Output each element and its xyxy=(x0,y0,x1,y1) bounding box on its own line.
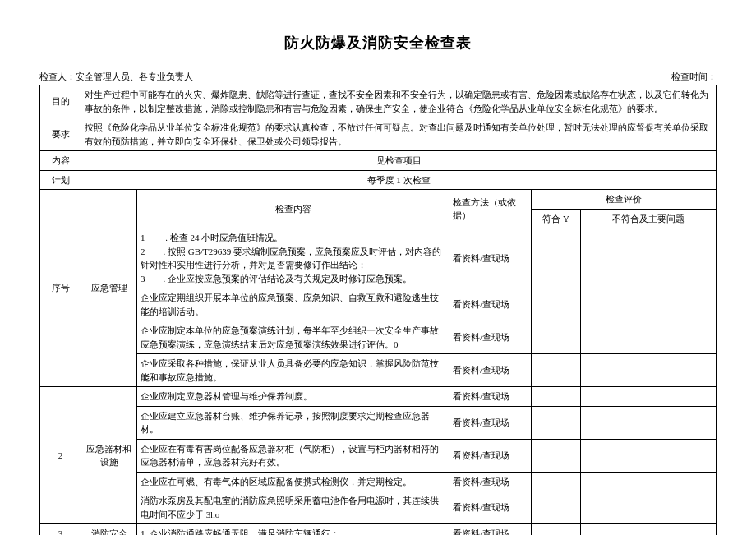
row-content: 企业应制定应急器材管理与维护保养制度。 xyxy=(137,387,449,407)
row-content: 企业应在有毒有害岗位配备应急器材柜（气防柜），设置与柜内器材相符的应急器材清单，… xyxy=(137,439,449,472)
row-fail xyxy=(581,524,717,536)
row-content: 企业应在可燃、有毒气体的区域应配备便携式检测仪，并定期检定。 xyxy=(137,472,449,491)
require-label: 要求 xyxy=(40,118,81,151)
row-content: 企业应建立应急器材台账、维护保养记录，按照制度要求定期检查应急器材。 xyxy=(137,406,449,439)
row-content: 1 . 检查 24 小时应急值班情况。 2 . 按照 GB/T29639 要求编… xyxy=(137,228,449,288)
table-row: 企业应在有毒有害岗位配备应急器材柜（气防柜），设置与柜内器材相符的应急器材清单，… xyxy=(40,439,717,472)
row-pass xyxy=(532,288,581,321)
require-row: 要求 按照《危险化学品从业单位安全标准化规范》的要求认真检查，不放过任何可疑点。… xyxy=(40,118,717,151)
check-method-header: 检查方法（或依据） xyxy=(449,190,532,228)
purpose-label: 目的 xyxy=(40,85,81,118)
row-method: 看资料/查现场 xyxy=(449,491,532,524)
row-method: 看资料/查现场 xyxy=(449,354,532,387)
plan-row: 计划 每季度 1 次检查 xyxy=(40,170,717,190)
inspector-value: 安全管理人员、各专业负责人 xyxy=(76,71,193,81)
plan-label: 计划 xyxy=(40,170,81,190)
row-content: 1. 企业消防通路应畅通无阻，满足消防车辆通行； xyxy=(137,524,449,536)
row-pass xyxy=(532,228,581,288)
document-title: 防火防爆及消防安全检查表 xyxy=(39,33,717,53)
pass-header: 符合 Y xyxy=(532,209,581,228)
row-pass xyxy=(532,354,581,387)
row-pass xyxy=(532,472,581,491)
plan-text: 每季度 1 次检查 xyxy=(81,170,717,190)
row-pass xyxy=(532,387,581,407)
row-content: 消防水泵房及其配电室的消防应急照明采用蓄电池作备用电源时，其连续供电时间不应少于… xyxy=(137,491,449,524)
table-row: 1 . 检查 24 小时应急值班情况。 2 . 按照 GB/T29639 要求编… xyxy=(40,228,717,288)
row-fail xyxy=(581,472,717,491)
row-method: 看资料/查现场 xyxy=(449,321,532,354)
content-label: 内容 xyxy=(40,151,81,171)
category-3: 消防安全 xyxy=(81,524,137,536)
row-method: 看资料/查现场 xyxy=(449,288,532,321)
seq-header: 序号 xyxy=(40,190,81,387)
eval-header: 检查评价 xyxy=(532,190,717,210)
fail-header: 不符合及主要问题 xyxy=(581,209,717,228)
row-fail xyxy=(581,354,717,387)
content-text: 见检查项目 xyxy=(81,151,717,171)
row-method: 看资料/查现场 xyxy=(449,439,532,472)
time-label: 检查时间： xyxy=(671,71,717,83)
table-row: 企业应建立应急器材台账、维护保养记录，按照制度要求定期检查应急器材。 看资料/查… xyxy=(40,406,717,439)
seq-2: 2 xyxy=(40,387,81,524)
row-pass xyxy=(532,439,581,472)
table-row: 2 应急器材和设施 企业应制定应急器材管理与维护保养制度。 看资料/查现场 xyxy=(40,387,717,407)
purpose-text: 对生产过程中可能存在的火灾、爆炸隐患、缺陷等进行查证，查找不安全因素和不安全行为… xyxy=(81,85,717,118)
seq-3: 3 xyxy=(40,524,81,536)
row-content: 企业应制定本单位的应急预案演练计划，每半年至少组织一次安全生产事故应急预案演练，… xyxy=(137,321,449,354)
row-fail xyxy=(581,491,717,524)
row-method: 看资料/查现场 xyxy=(449,524,532,536)
table-row: 3 消防安全 1. 企业消防通路应畅通无阻，满足消防车辆通行； 看资料/查现场 xyxy=(40,524,717,536)
row-pass xyxy=(532,524,581,536)
row-content: 企业应采取各种措施，保证从业人员具备必要的应急知识，掌握风险防范技能和事故应急措… xyxy=(137,354,449,387)
row-fail xyxy=(581,387,717,407)
inspector-label: 检查人： xyxy=(39,71,76,81)
purpose-row: 目的 对生产过程中可能存在的火灾、爆炸隐患、缺陷等进行查证，查找不安全因素和不安… xyxy=(40,85,717,118)
row-pass xyxy=(532,406,581,439)
category-1: 应急管理 xyxy=(81,190,137,387)
content-row: 内容 见检查项目 xyxy=(40,151,717,171)
row-method: 看资料/查现场 xyxy=(449,387,532,407)
check-content-header: 检查内容 xyxy=(137,190,449,228)
meta-row: 检查人：安全管理人员、各专业负责人 检查时间： xyxy=(39,71,717,83)
row-content: 企业应定期组织开展本单位的应急预案、应急知识、自救互救和避险逃生技能的培训活动。 xyxy=(137,288,449,321)
row-method: 看资料/查现场 xyxy=(449,228,532,288)
table-row: 企业应在可燃、有毒气体的区域应配备便携式检测仪，并定期检定。 看资料/查现场 xyxy=(40,472,717,491)
inspection-table: 目的 对生产过程中可能存在的火灾、爆炸隐患、缺陷等进行查证，查找不安全因素和不安… xyxy=(39,85,717,535)
table-row: 企业应定期组织开展本单位的应急预案、应急知识、自救互救和避险逃生技能的培训活动。… xyxy=(40,288,717,321)
row-fail xyxy=(581,228,717,288)
row-fail xyxy=(581,288,717,321)
table-header-row-1: 序号 应急管理 检查内容 检查方法（或依据） 检查评价 xyxy=(40,190,717,210)
category-2: 应急器材和设施 xyxy=(81,387,137,524)
row-fail xyxy=(581,439,717,472)
table-row: 企业应制定本单位的应急预案演练计划，每半年至少组织一次安全生产事故应急预案演练，… xyxy=(40,321,717,354)
table-row: 企业应采取各种措施，保证从业人员具备必要的应急知识，掌握风险防范技能和事故应急措… xyxy=(40,354,717,387)
row-pass xyxy=(532,321,581,354)
row-method: 看资料/查现场 xyxy=(449,472,532,491)
row-method: 看资料/查现场 xyxy=(449,406,532,439)
table-row: 消防水泵房及其配电室的消防应急照明采用蓄电池作备用电源时，其连续供电时间不应少于… xyxy=(40,491,717,524)
row-fail xyxy=(581,406,717,439)
row-fail xyxy=(581,321,717,354)
row-pass xyxy=(532,491,581,524)
require-text: 按照《危险化学品从业单位安全标准化规范》的要求认真检查，不放过任何可疑点。对查出… xyxy=(81,118,717,151)
